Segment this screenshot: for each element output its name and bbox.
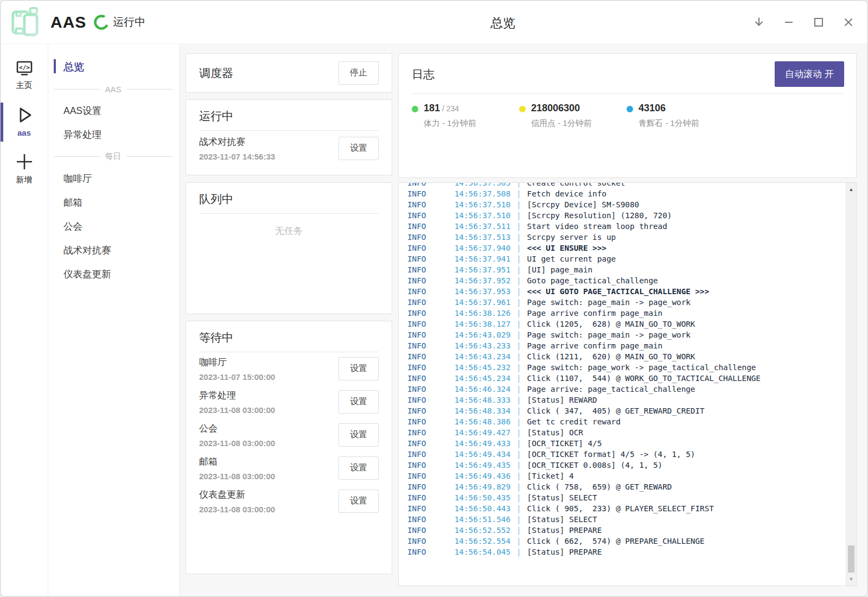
log-line: INFO14:56:45.234|Click (1107, 544) @ WOR… xyxy=(407,373,842,384)
waiting-settings-button[interactable]: 设置 xyxy=(339,490,379,513)
log-line: INFO14:56:37.510|[Scrcpy Resolution] (12… xyxy=(407,210,842,221)
log-lines: INFO14:56:37.505|Create control socketIN… xyxy=(399,182,856,557)
queue-empty-text: 无任务 xyxy=(186,214,392,237)
log-line: INFO14:56:37.953|<<< UI GOTO PAGE_TACTIC… xyxy=(407,286,842,297)
rail-item-label: 主页 xyxy=(16,80,33,91)
log-line: INFO14:56:46.324|Page arrive: page_tacti… xyxy=(407,384,842,395)
waiting-task-time: 2023-11-08 03:00:00 xyxy=(199,472,275,481)
rail-item-new[interactable]: 新增 xyxy=(1,149,48,189)
waiting-task-name: 邮箱 xyxy=(199,455,275,468)
running-settings-button[interactable]: 设置 xyxy=(339,137,379,160)
queue-card: 队列中 无任务 xyxy=(186,182,392,314)
log-line: INFO14:56:37.951|[UI] page_main xyxy=(407,264,842,275)
stat-dot-icon xyxy=(627,106,633,112)
log-line: INFO14:56:37.510|[Scrcpy Device] SM-S908… xyxy=(407,199,842,210)
running-title: 运行中 xyxy=(199,109,233,124)
autoscroll-toggle-button[interactable]: 自动滚动 开 xyxy=(775,61,844,87)
waiting-task-time: 2023-11-08 03:00:00 xyxy=(199,505,275,514)
download-icon[interactable] xyxy=(744,7,774,37)
waiting-task-name: 咖啡厅 xyxy=(199,356,275,369)
sidebar-item-咖啡厅[interactable]: 咖啡厅 xyxy=(48,167,179,190)
stop-button[interactable]: 停止 xyxy=(339,61,379,85)
waiting-settings-button[interactable]: 设置 xyxy=(339,456,379,480)
log-line: INFO14:56:49.433|[OCR_TICKET] 4/5 xyxy=(407,438,842,449)
scrollbar-thumb[interactable] xyxy=(848,545,854,573)
log-line: INFO14:56:37.505|Create control socket xyxy=(407,182,842,188)
sidebar-item-总览[interactable]: 总览 xyxy=(48,55,179,80)
waiting-settings-button[interactable]: 设置 xyxy=(339,357,379,380)
log-line: INFO14:56:45.232|Page switch: page_work … xyxy=(407,362,842,373)
stat-dot-icon xyxy=(519,106,526,112)
log-line: INFO14:56:37.961|Page switch: page_main … xyxy=(407,297,842,308)
log-line: INFO14:56:52.554|Click ( 662, 574) @ PRE… xyxy=(407,536,842,547)
sidebar-item-AAS设置[interactable]: AAS设置 xyxy=(48,99,179,123)
waiting-task-time: 2023-11-07 15:00:00 xyxy=(199,372,275,382)
rail-item-label: aas xyxy=(17,128,31,137)
stat-suffix: / 234 xyxy=(440,104,459,113)
waiting-task-time: 2023-11-08 03:00:00 xyxy=(199,439,275,448)
waiting-task-row: 邮箱2023-11-08 03:00:00设置 xyxy=(186,452,392,485)
sidebar-item-战术对抗赛[interactable]: 战术对抗赛 xyxy=(48,238,179,262)
stat-item: 181 / 234体力 - 1分钟前 xyxy=(412,103,519,129)
running-task-name: 战术对抗赛 xyxy=(199,136,275,148)
log-line: INFO14:56:49.434|[OCR_TICKET format] 4/5… xyxy=(407,449,842,460)
scroll-up-icon[interactable]: ▲ xyxy=(846,184,856,195)
main-content: 调度器 停止 运行中 战术对抗赛 2023-11-07 14:56:33 xyxy=(180,44,867,597)
stat-label: 体力 - 1分钟前 xyxy=(424,118,476,129)
icon-rail: </> 主页 aas 新增 xyxy=(1,44,48,597)
log-line: INFO14:56:38.127|Click (1205, 628) @ MAI… xyxy=(407,319,842,329)
log-line: INFO14:56:38.126|Page arrive confirm pag… xyxy=(407,308,842,319)
sidebar-item-异常处理[interactable]: 异常处理 xyxy=(48,123,179,147)
stat-label: 信用点 - 1分钟前 xyxy=(531,118,592,129)
log-line: INFO14:56:37.511|Start video stream loop… xyxy=(407,221,842,232)
tasks-column: 调度器 停止 运行中 战术对抗赛 2023-11-07 14:56:33 xyxy=(186,53,392,586)
log-line: INFO14:56:49.436|[Ticket] 4 xyxy=(407,471,842,481)
window-controls xyxy=(744,7,863,37)
queue-title: 队列中 xyxy=(199,192,233,207)
log-viewer[interactable]: INFO14:56:37.505|Create control socketIN… xyxy=(398,182,857,586)
waiting-settings-button[interactable]: 设置 xyxy=(339,423,379,447)
sidebar-item-公会[interactable]: 公会 xyxy=(48,214,179,238)
log-line: INFO14:56:50.435|[Status] SELECT xyxy=(407,492,842,503)
log-line: INFO14:56:49.435|[OCR_TICKET 0.008s] (4,… xyxy=(407,460,842,471)
log-scrollbar[interactable]: ▲ ▼ xyxy=(846,183,856,586)
log-line: INFO14:56:37.941|UI get current page xyxy=(407,253,842,264)
log-line: INFO14:56:49.829|Click ( 758, 659) @ GET… xyxy=(407,481,842,492)
scheduler-title: 调度器 xyxy=(199,66,233,81)
app-logo-icon xyxy=(8,6,41,39)
log-line: INFO14:56:37.513|Scrcpy server is up xyxy=(407,232,842,243)
waiting-list: 咖啡厅2023-11-07 15:00:00设置异常处理2023-11-08 0… xyxy=(186,352,392,518)
log-line: INFO14:56:43.029|Page switch: page_main … xyxy=(407,329,842,340)
maximize-icon[interactable] xyxy=(803,7,833,37)
log-line: INFO14:56:37.952|Goto page_tactical_chal… xyxy=(407,275,842,286)
scroll-down-icon[interactable]: ▼ xyxy=(846,574,856,585)
stat-value: 181 / 234 xyxy=(424,103,476,114)
scheduler-card: 调度器 停止 xyxy=(186,53,392,93)
waiting-task-row: 咖啡厅2023-11-07 15:00:00设置 xyxy=(186,352,392,385)
log-title: 日志 xyxy=(412,67,435,82)
play-icon xyxy=(15,106,34,124)
sidebar-item-邮箱[interactable]: 邮箱 xyxy=(48,190,179,214)
rail-item-aas[interactable]: aas xyxy=(1,103,48,142)
stat-value: 218006300 xyxy=(531,103,592,114)
log-line: INFO14:56:54.045|[Status] PREPARE xyxy=(407,547,842,557)
log-header-card: 日志 自动滚动 开 181 / 234体力 - 1分钟前218006300信用点… xyxy=(398,53,857,178)
stat-dot-icon xyxy=(412,106,418,112)
close-icon[interactable] xyxy=(833,7,863,37)
minimize-icon[interactable] xyxy=(774,7,803,37)
sidebar-item-仪表盘更新[interactable]: 仪表盘更新 xyxy=(48,262,179,286)
app-window: AAS 运行中 总览 </> xyxy=(0,0,868,597)
rail-item-home[interactable]: </> 主页 xyxy=(1,57,48,95)
sidebar-section-divider: AAS xyxy=(54,85,173,94)
stat-item: 218006300信用点 - 1分钟前 xyxy=(519,103,627,129)
log-column: 日志 自动滚动 开 181 / 234体力 - 1分钟前218006300信用点… xyxy=(398,53,857,586)
waiting-task-row: 异常处理2023-11-08 03:00:00设置 xyxy=(186,385,392,418)
waiting-task-name: 仪表盘更新 xyxy=(199,488,275,501)
page-title: 总览 xyxy=(490,15,515,31)
waiting-card: 等待中 咖啡厅2023-11-07 15:00:00设置异常处理2023-11-… xyxy=(186,321,392,574)
stat-label: 青辉石 - 1分钟前 xyxy=(639,118,699,129)
running-card: 运行中 战术对抗赛 2023-11-07 14:56:33 设置 xyxy=(186,99,392,175)
titlebar: AAS 运行中 总览 xyxy=(1,1,867,44)
waiting-settings-button[interactable]: 设置 xyxy=(339,390,379,414)
log-line: INFO14:56:37.508|Fetch device info xyxy=(407,188,842,199)
